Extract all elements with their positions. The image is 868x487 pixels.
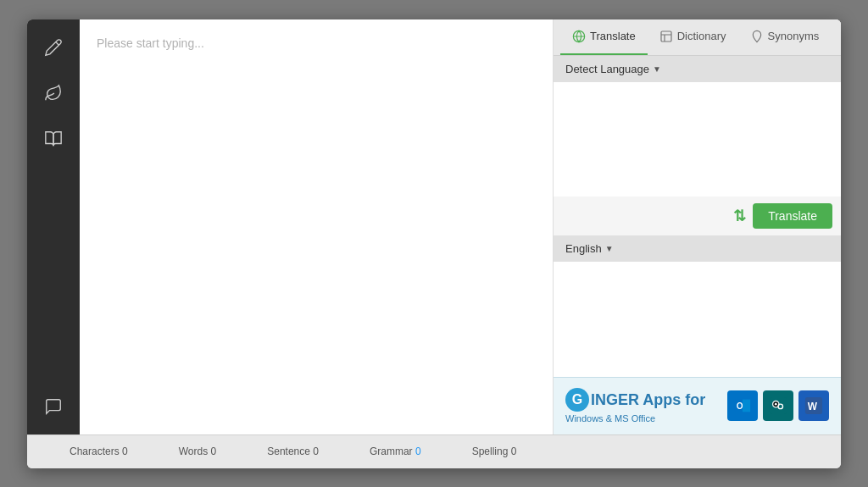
grammar-label: Grammar — [370, 445, 413, 457]
sentence-label: Sentence — [267, 445, 310, 457]
ginger-g-icon: G — [565, 388, 589, 412]
sharepoint-icon — [763, 390, 793, 421]
sidebar — [27, 19, 80, 434]
ginger-apps-icons: O — [727, 390, 829, 421]
status-words: Words 0 — [153, 445, 242, 457]
editor-area[interactable]: Please start typing... — [80, 19, 553, 434]
ginger-brand-text: INGER Apps for — [591, 391, 705, 409]
status-bar: Characters 0 Words 0 Sentence 0 Grammar … — [27, 434, 841, 468]
main-content: Please start typing... Translate — [27, 19, 841, 434]
characters-value: 0 — [122, 445, 128, 457]
status-sentence: Sentence 0 — [242, 445, 344, 457]
svg-text:O: O — [737, 401, 743, 411]
target-lang-bar: English ▼ — [554, 235, 841, 262]
right-panel-tabs: Translate Dictionary Synonyms — [554, 19, 841, 56]
translate-target-output — [554, 262, 841, 377]
tab-translate-label: Translate — [590, 30, 636, 42]
words-label: Words — [179, 445, 208, 457]
svg-rect-4 — [743, 400, 750, 412]
characters-label: Characters — [70, 445, 120, 457]
sentence-value: 0 — [313, 445, 319, 457]
tab-dictionary-label: Dictionary — [677, 30, 726, 42]
outlook-icon: O — [727, 390, 758, 421]
status-characters: Characters 0 — [44, 445, 153, 457]
target-lang-dropdown[interactable]: English ▼ — [562, 241, 617, 257]
spelling-value: 0 — [511, 445, 517, 457]
ginger-logo: G INGER Apps for Windows & MS Office — [565, 388, 705, 423]
svg-point-8 — [775, 403, 777, 406]
swap-languages-icon[interactable]: ⇅ — [733, 207, 746, 225]
translate-source-input[interactable] — [554, 82, 841, 197]
sidebar-item-chat[interactable] — [34, 387, 73, 426]
editor-placeholder: Please start typing... — [97, 36, 536, 50]
svg-text:W: W — [808, 401, 818, 412]
ginger-subtitle: Windows & MS Office — [565, 413, 705, 423]
words-value: 0 — [211, 445, 217, 457]
spelling-label: Spelling — [472, 445, 509, 457]
translate-panel: Detect Language ▼ ⇅ Translate English — [554, 56, 841, 434]
tab-translate[interactable]: Translate — [560, 19, 648, 55]
ginger-banner[interactable]: G INGER Apps for Windows & MS Office O — [554, 377, 841, 434]
ginger-title: G INGER Apps for — [565, 388, 705, 412]
sidebar-item-leaf[interactable] — [34, 74, 73, 113]
source-lang-dropdown[interactable]: Detect Language ▼ — [562, 61, 665, 77]
translate-button[interactable]: Translate — [753, 203, 832, 229]
tab-synonyms[interactable]: Synonyms — [738, 19, 832, 55]
target-lang-arrow: ▼ — [605, 244, 614, 253]
translate-action-row: ⇅ Translate — [554, 196, 841, 235]
right-panel: Translate Dictionary Synonyms — [553, 19, 841, 434]
sidebar-item-book[interactable] — [34, 119, 73, 158]
source-lang-bar: Detect Language ▼ — [554, 56, 841, 82]
status-spelling: Spelling 0 — [447, 445, 542, 457]
target-lang-label: English — [565, 242, 602, 255]
word-icon: W — [798, 390, 829, 421]
source-lang-label: Detect Language — [565, 63, 649, 75]
sidebar-item-pen[interactable] — [34, 28, 73, 67]
tab-dictionary[interactable]: Dictionary — [648, 19, 738, 55]
tab-synonyms-label: Synonyms — [768, 30, 820, 42]
status-grammar: Grammar 0 — [344, 445, 447, 457]
source-lang-arrow: ▼ — [653, 64, 661, 74]
app-window: Please start typing... Translate — [27, 19, 841, 468]
svg-rect-1 — [661, 31, 671, 42]
grammar-value: 0 — [415, 445, 421, 457]
